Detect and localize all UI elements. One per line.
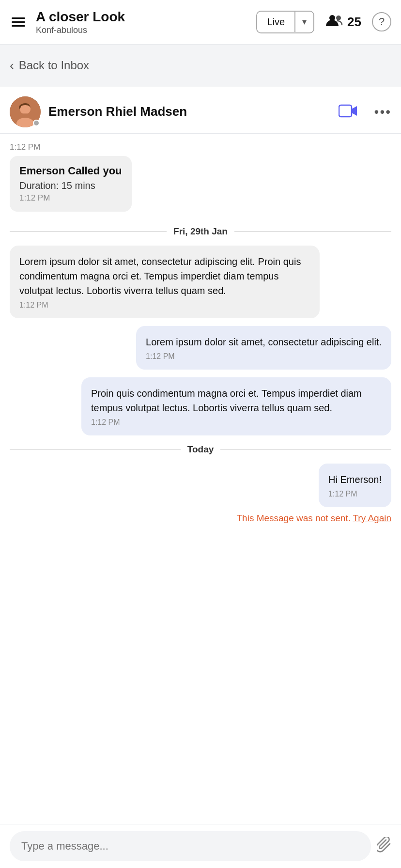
avatar-status-indicator: [33, 120, 40, 126]
video-call-icon[interactable]: [339, 104, 358, 120]
message-input[interactable]: [10, 831, 371, 861]
date-divider-today: Today: [0, 439, 401, 460]
bubble-text-3: Proin quis condimentum magna orci et. Te…: [91, 386, 382, 415]
call-bubble-wrap: 1:12 PM Emerson Called you Duration: 15 …: [0, 139, 401, 221]
message-row-4: Hi Emerson! 1:12 PM: [0, 460, 401, 511]
avatar: [10, 96, 41, 127]
attach-icon[interactable]: [377, 837, 391, 856]
date-line-today-left: [10, 449, 181, 450]
live-button-group[interactable]: Live ▾: [256, 11, 314, 33]
error-message: This Message was not sent.: [236, 513, 351, 524]
attendees-group: 25: [326, 14, 361, 31]
message-row-1: Lorem ipsum dolor sit amet, consectetur …: [0, 242, 401, 322]
error-row: This Message was not sent. Try Again: [0, 511, 401, 527]
back-to-inbox-bar[interactable]: ‹ Back to Inbox: [0, 45, 401, 87]
messages-area: 1:12 PM Emerson Called you Duration: 15 …: [0, 134, 401, 576]
date-line-left: [10, 231, 167, 232]
header-title-group: A closer Look Konf-abulous: [36, 9, 250, 35]
back-chevron-icon: ‹: [10, 58, 14, 73]
bubble-time-4: 1:12 PM: [328, 490, 382, 498]
help-icon[interactable]: ?: [372, 12, 391, 31]
outgoing-bubble-2: Lorem ipsum dolor sit amet, consectetur …: [136, 326, 391, 370]
bubble-time-1: 1:12 PM: [19, 301, 310, 310]
bubble-time-2: 1:12 PM: [146, 352, 382, 361]
message-row-2: Lorem ipsum dolor sit amet, consectetur …: [0, 322, 401, 373]
back-to-inbox-label: Back to Inbox: [19, 59, 89, 72]
call-bubble: Emerson Called you Duration: 15 mins 1:1…: [10, 156, 132, 212]
date-divider-fri: Fri, 29th Jan: [0, 221, 401, 242]
app-subtitle: Konf-abulous: [36, 25, 250, 35]
incoming-bubble-1: Lorem ipsum dolor sit amet, consectetur …: [10, 246, 320, 318]
more-options-icon[interactable]: •••: [374, 104, 391, 120]
call-bubble-title: Emerson Called you: [19, 165, 122, 177]
attendees-count: 25: [347, 15, 361, 30]
date-line-today-right: [220, 449, 391, 450]
date-line-right: [234, 231, 391, 232]
outgoing-bubble-4: Hi Emerson! 1:12 PM: [319, 464, 391, 507]
outgoing-bubble-3: Proin quis condimentum magna orci et. Te…: [81, 377, 391, 435]
svg-rect-6: [339, 105, 352, 117]
header: A closer Look Konf-abulous Live ▾ 25 ?: [0, 0, 401, 45]
call-time-small: 1:12 PM: [10, 142, 391, 152]
live-button[interactable]: Live: [257, 12, 294, 32]
bubble-text-1: Lorem ipsum dolor sit amet, consectetur …: [19, 254, 310, 298]
message-row-3: Proin quis condimentum magna orci et. Te…: [0, 373, 401, 439]
app-title: A closer Look: [36, 9, 250, 25]
date-label-fri: Fri, 29th Jan: [173, 226, 228, 237]
bubble-time-3: 1:12 PM: [91, 418, 382, 427]
contact-header: Emerson Rhiel Madsen •••: [0, 87, 401, 134]
message-input-bar: [0, 824, 401, 868]
bubble-text-2: Lorem ipsum dolor sit amet, consectetur …: [146, 335, 382, 349]
contact-name: Emerson Rhiel Madsen: [48, 104, 331, 119]
menu-icon[interactable]: [10, 16, 27, 29]
live-dropdown-button[interactable]: ▾: [294, 12, 313, 32]
call-bubble-duration: Duration: 15 mins: [19, 180, 122, 191]
bubble-text-4: Hi Emerson!: [328, 472, 382, 487]
date-label-today: Today: [187, 444, 214, 455]
attendees-icon: [326, 14, 343, 31]
call-bubble-time: 1:12 PM: [19, 193, 122, 203]
try-again-link[interactable]: Try Again: [353, 513, 391, 524]
svg-point-1: [336, 16, 341, 20]
svg-rect-5: [22, 113, 29, 115]
